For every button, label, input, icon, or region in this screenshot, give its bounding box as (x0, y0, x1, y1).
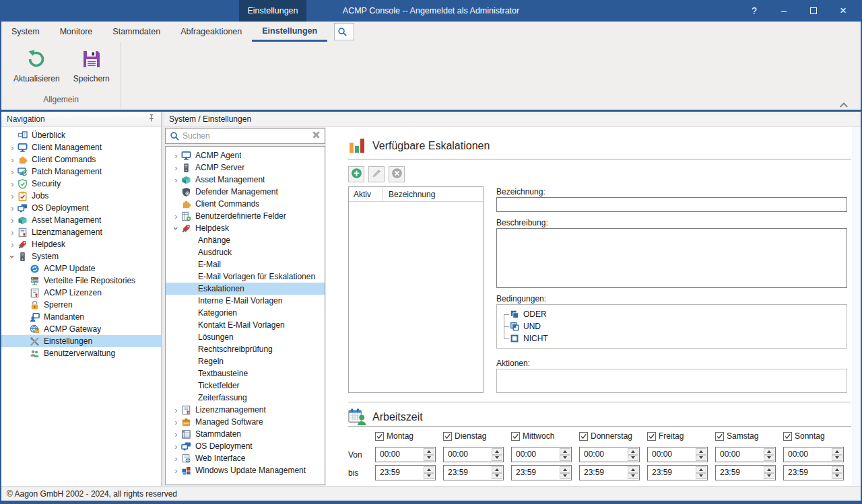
chevron-right-icon[interactable]: › (7, 228, 18, 237)
chevron-right-icon[interactable]: › (7, 216, 18, 225)
time-to-sonntag[interactable]: 23:59 (783, 465, 844, 480)
nav-item-security[interactable]: ›Security (1, 178, 161, 190)
spin-up-button[interactable] (696, 448, 706, 455)
time-to-mittwoch[interactable]: 23:59 (511, 465, 572, 480)
spin-up-button[interactable] (424, 466, 434, 473)
chevron-right-icon[interactable]: › (171, 466, 181, 475)
settings-item-helpdesk[interactable]: ›Helpdesk (166, 222, 325, 234)
chevron-right-icon[interactable]: › (7, 240, 18, 249)
condition-und[interactable]: UND (497, 320, 847, 332)
chevron-right-icon[interactable]: › (7, 180, 18, 188)
nav-item-acmp-lizenzen[interactable]: ACMP Lizenzen (1, 287, 161, 299)
spin-down-button[interactable] (424, 455, 434, 462)
settings-item-textbausteine[interactable]: Textbausteine (166, 367, 325, 380)
nav-item-acmp-gateway[interactable]: ACMP Gateway (1, 323, 161, 335)
time-to-freitag[interactable]: 23:59 (647, 465, 708, 480)
spin-down-button[interactable] (764, 473, 774, 480)
chevron-right-icon[interactable]: › (7, 192, 18, 201)
checkbox-freitag[interactable]: Freitag (647, 431, 715, 441)
chevron-down-icon[interactable]: › (172, 223, 180, 233)
checkbox-dienstag[interactable]: Dienstag (443, 431, 511, 441)
spin-down-button[interactable] (696, 473, 706, 480)
settings-item-rechtschreibprüfung[interactable]: Rechtschreibprüfung (166, 343, 325, 355)
time-to-dienstag[interactable]: 23:59 (443, 465, 504, 480)
spin-down-button[interactable] (492, 473, 502, 480)
spin-down-button[interactable] (832, 455, 842, 462)
time-to-donnerstag[interactable]: 23:59 (579, 465, 640, 480)
time-from-montag[interactable]: 00:00 (375, 447, 436, 462)
ribbon-collapse-button[interactable] (839, 99, 849, 106)
escalations-list[interactable]: Aktiv Bezeichnung (348, 186, 484, 393)
condition-nicht[interactable]: NICHT (497, 332, 847, 345)
chevron-right-icon[interactable]: › (171, 212, 181, 221)
spin-up-button[interactable] (696, 466, 706, 473)
settings-item-e-mail[interactable]: E-Mail (166, 258, 325, 271)
chevron-down-icon[interactable]: › (8, 252, 17, 262)
spin-down-button[interactable] (832, 473, 842, 480)
spin-down-button[interactable] (628, 473, 638, 480)
column-header-aktiv[interactable]: Aktiv (349, 190, 383, 199)
time-to-samstag[interactable]: 23:59 (715, 465, 776, 480)
nav-item-benutzerverwaltung[interactable]: Benutzerverwaltung (1, 347, 161, 359)
spin-down-button[interactable] (628, 455, 638, 462)
nav-item-os-deployment[interactable]: ›OS Deployment (1, 202, 161, 214)
nav-item-asset-management[interactable]: ›Asset Management (1, 214, 161, 226)
settings-item-e-mail-vorlagen-für-eskalationen[interactable]: E-Mail Vorlagen für Eskalationen (166, 271, 325, 283)
spin-down-button[interactable] (492, 455, 502, 462)
spin-up-button[interactable] (560, 466, 570, 473)
spin-up-button[interactable] (628, 466, 638, 473)
chevron-right-icon[interactable]: › (171, 454, 181, 463)
nav-item-acmp-update[interactable]: ACMP Update (1, 262, 161, 275)
time-from-donnerstag[interactable]: 00:00 (579, 447, 640, 462)
chevron-right-icon[interactable]: › (7, 168, 18, 176)
checkbox-donnerstag[interactable]: Donnerstag (579, 431, 647, 441)
delete-button[interactable] (389, 166, 405, 182)
spin-up-button[interactable] (492, 466, 502, 473)
settings-item-acmp-server[interactable]: ›ACMP Server (166, 161, 325, 174)
settings-item-os-deployment[interactable]: ›OS Deployment (166, 440, 325, 452)
search-input[interactable] (183, 131, 312, 141)
checkbox-mittwoch[interactable]: Mittwoch (511, 431, 579, 441)
nav-item-jobs[interactable]: ›Jobs (1, 190, 161, 202)
chevron-right-icon[interactable]: › (171, 442, 181, 451)
aktualisieren-button[interactable]: Aktualisieren (8, 46, 65, 95)
nav-item-überblick[interactable]: Überblick (1, 129, 161, 141)
spin-up-button[interactable] (560, 448, 570, 455)
add-button[interactable] (348, 166, 364, 182)
spin-up-button[interactable] (424, 448, 434, 455)
time-to-montag[interactable]: 23:59 (375, 465, 436, 480)
spin-up-button[interactable] (492, 448, 502, 455)
bedingungen-box[interactable]: ODERUNDNICHT (496, 304, 847, 349)
settings-item-eskalationen[interactable]: Eskalationen (166, 283, 325, 295)
settings-item-kontakt-e-mail-vorlagen[interactable]: Kontakt E-Mail Vorlagen (166, 319, 325, 331)
maximize-button[interactable] (799, 0, 828, 22)
close-button[interactable]: × (828, 0, 858, 22)
chevron-right-icon[interactable]: › (7, 155, 18, 164)
help-button[interactable]: ? (739, 0, 769, 22)
clear-search-icon[interactable] (312, 130, 321, 142)
settings-item-ticketfelder[interactable]: Ticketfelder (166, 380, 325, 392)
nav-item-system[interactable]: ›System (1, 250, 161, 262)
ribbon-tab-system[interactable]: System (1, 22, 50, 42)
nav-item-einstellungen[interactable]: Einstellungen (1, 335, 161, 347)
settings-item-client-commands[interactable]: Client Commands (166, 198, 325, 210)
nav-item-sperren[interactable]: Sperren (1, 299, 161, 311)
time-from-samstag[interactable]: 00:00 (715, 447, 776, 462)
settings-item-managed-software[interactable]: ›Managed Software (166, 416, 325, 428)
settings-item-defender-management[interactable]: Defender Management (166, 186, 325, 198)
chevron-right-icon[interactable]: › (171, 418, 181, 427)
time-from-freitag[interactable]: 00:00 (647, 447, 708, 462)
spin-down-button[interactable] (764, 455, 774, 462)
column-header-bezeichnung[interactable]: Bezeichnung (383, 190, 435, 199)
settings-item-ausdruck[interactable]: Ausdruck (166, 246, 325, 258)
nav-item-client-commands[interactable]: ›Client Commands (1, 153, 161, 166)
settings-item-windows-update-management[interactable]: ›Windows Update Management (166, 464, 325, 476)
ribbon-search-button[interactable] (334, 23, 354, 40)
spin-down-button[interactable] (424, 473, 434, 480)
spin-up-button[interactable] (832, 448, 842, 455)
beschreibung-textarea[interactable] (496, 228, 847, 288)
settings-item-interne-e-mail-vorlagen[interactable]: Interne E-Mail Vorlagen (166, 295, 325, 307)
nav-item-mandanten[interactable]: Mandanten (1, 311, 161, 323)
settings-item-benutzerdefinierte-felder[interactable]: ›Benutzerdefinierte Felder (166, 210, 325, 222)
settings-item-lösungen[interactable]: Lösungen (166, 331, 325, 343)
